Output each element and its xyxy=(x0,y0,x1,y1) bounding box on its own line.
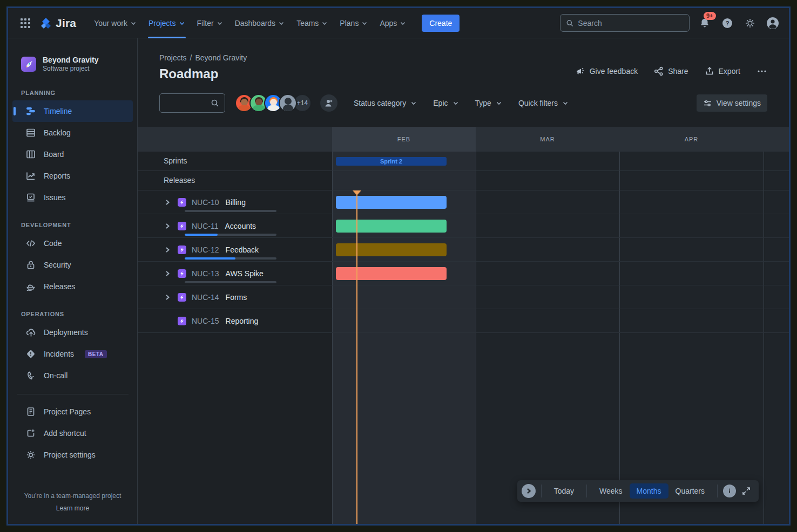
nav-item-teams[interactable]: Teams xyxy=(291,8,334,38)
notifications-bell-icon[interactable]: 9+ xyxy=(697,16,712,31)
more-actions-button[interactable] xyxy=(757,66,767,76)
epic-progress-track xyxy=(185,234,276,236)
export-button[interactable]: Export xyxy=(705,66,740,76)
sidebar-item-issues[interactable]: Issues xyxy=(12,187,133,208)
sidebar-item-reports[interactable]: Reports xyxy=(12,165,133,187)
sidebar-item-releases[interactable]: Releases xyxy=(12,276,133,297)
epic-title: Billing xyxy=(226,198,246,207)
logo-text: Jira xyxy=(56,17,76,30)
project-header[interactable]: Beyond Gravity Software project xyxy=(8,52,137,76)
epic-bar-aws-spike[interactable] xyxy=(336,267,447,280)
epic-row-nuc-12[interactable]: NUC-12 Feedback xyxy=(138,238,789,262)
sidebar-item-project-settings[interactable]: Project settings xyxy=(12,444,133,466)
fullscreen-button[interactable] xyxy=(741,486,751,496)
team-managed-note: You’re in a team-managed project xyxy=(17,492,129,500)
settings-gear-icon[interactable] xyxy=(742,16,758,31)
breadcrumb-project-name[interactable]: Beyond Gravity xyxy=(195,53,247,62)
expand-chevron-icon[interactable] xyxy=(164,293,172,302)
breadcrumb-projects[interactable]: Projects xyxy=(159,53,187,62)
sidebar-item-add-shortcut[interactable]: Add shortcut xyxy=(12,422,133,444)
epic-key: NUC-15 xyxy=(192,317,219,325)
sidebar-item-code[interactable]: Code xyxy=(12,233,133,254)
nav-item-apps[interactable]: Apps xyxy=(374,8,412,38)
timeline-month-header: FEB MAR APR xyxy=(138,127,789,152)
today-button[interactable]: Today xyxy=(547,483,581,499)
project-settings-gear-icon xyxy=(25,449,36,460)
releases-row: Releases xyxy=(138,171,789,190)
epic-bar-accounts[interactable] xyxy=(336,220,447,233)
breadcrumb-separator: / xyxy=(190,53,192,62)
share-icon xyxy=(654,66,664,76)
search-icon xyxy=(211,99,219,107)
svg-text:?: ? xyxy=(726,20,730,26)
help-icon[interactable]: ? xyxy=(720,16,735,31)
quick-filters[interactable]: Quick filters xyxy=(518,99,569,107)
nav-item-plans[interactable]: Plans xyxy=(334,8,374,38)
epic-key: NUC-10 xyxy=(192,198,219,207)
global-search-input[interactable] xyxy=(578,19,684,28)
zoom-option-quarters[interactable]: Quarters xyxy=(668,483,712,499)
epic-bar-billing[interactable] xyxy=(336,196,447,209)
chevron-down-icon xyxy=(361,20,368,26)
add-shortcut-icon xyxy=(25,428,36,439)
expand-chevron-icon[interactable] xyxy=(164,245,172,254)
epic-filter[interactable]: Epic xyxy=(433,99,458,107)
expand-chevron-icon[interactable] xyxy=(164,222,172,230)
give-feedback-button[interactable]: Give feedback xyxy=(576,66,638,76)
scroll-right-button[interactable] xyxy=(522,484,536,498)
divider xyxy=(541,485,542,497)
section-label-operations: OPERATIONS xyxy=(21,311,137,317)
global-search[interactable] xyxy=(560,14,690,32)
profile-avatar[interactable] xyxy=(765,16,780,31)
share-button[interactable]: Share xyxy=(654,66,688,76)
epic-icon xyxy=(178,245,186,254)
roadmap-toolbar: +14 Status category Epic Type xyxy=(159,93,767,113)
epic-title: Feedback xyxy=(226,245,259,254)
expand-chevron-icon[interactable] xyxy=(164,269,172,278)
epic-progress-track xyxy=(185,210,276,212)
sprints-row: Sprints Sprint 2 xyxy=(138,152,789,171)
zoom-option-weeks[interactable]: Weeks xyxy=(592,483,630,499)
sidebar-footer-note: You’re in a team-managed project Learn m… xyxy=(8,492,137,524)
epic-row-nuc-11[interactable]: NUC-11 Accounts xyxy=(138,214,789,238)
timeline-search-field[interactable] xyxy=(159,93,225,113)
add-people-button[interactable] xyxy=(320,94,337,112)
sidebar-item-board[interactable]: Board xyxy=(12,144,133,165)
view-settings-button[interactable]: View settings xyxy=(697,94,767,112)
epic-progress-track xyxy=(185,281,276,283)
type-filter[interactable]: Type xyxy=(475,99,502,107)
jira-logo[interactable]: Jira xyxy=(39,17,76,30)
zoom-option-months[interactable]: Months xyxy=(630,483,668,499)
epic-row-nuc-15[interactable]: NUC-15 Reporting xyxy=(138,309,789,333)
sidebar-item-incidents[interactable]: Incidents BETA xyxy=(12,343,133,365)
nav-item-your-work[interactable]: Your work xyxy=(88,8,143,38)
sidebar-item-security[interactable]: Security xyxy=(12,254,133,276)
chevron-down-icon xyxy=(179,20,185,26)
nav-item-projects[interactable]: Projects xyxy=(143,8,191,38)
info-button[interactable] xyxy=(723,485,736,497)
nav-item-dashboards[interactable]: Dashboards xyxy=(229,8,291,38)
pages-document-icon xyxy=(25,406,36,417)
epic-row-nuc-14[interactable]: NUC-14 Forms xyxy=(138,285,789,309)
avatar-4[interactable] xyxy=(279,94,297,112)
sidebar-item-on-call[interactable]: On-call xyxy=(12,365,133,386)
chevron-down-icon xyxy=(278,20,285,26)
app-switcher-icon[interactable] xyxy=(17,15,34,32)
epic-title: AWS Spike xyxy=(226,269,264,278)
nav-item-filter[interactable]: Filter xyxy=(191,8,229,38)
sidebar-item-deployments[interactable]: Deployments xyxy=(12,322,133,343)
month-label-partial xyxy=(764,127,789,152)
sidebar-item-project-pages[interactable]: Project Pages xyxy=(12,401,133,422)
learn-more-link[interactable]: Learn more xyxy=(17,504,129,512)
sprint-bar[interactable]: Sprint 2 xyxy=(336,157,447,166)
status-category-filter[interactable]: Status category xyxy=(354,99,417,107)
top-navbar: Jira Your work Projects Filter Dashboard… xyxy=(8,8,789,38)
epic-row-left: NUC-15 Reporting xyxy=(138,309,789,333)
epic-row-nuc-10[interactable]: NUC-10 Billing xyxy=(138,190,789,214)
sidebar-item-timeline[interactable]: Timeline xyxy=(12,100,133,122)
epic-row-nuc-13[interactable]: NUC-13 AWS Spike xyxy=(138,262,789,285)
create-button[interactable]: Create xyxy=(422,15,460,32)
epic-bar-feedback[interactable] xyxy=(336,243,447,256)
expand-chevron-icon[interactable] xyxy=(164,198,172,207)
sidebar-item-backlog[interactable]: Backlog xyxy=(12,122,133,144)
